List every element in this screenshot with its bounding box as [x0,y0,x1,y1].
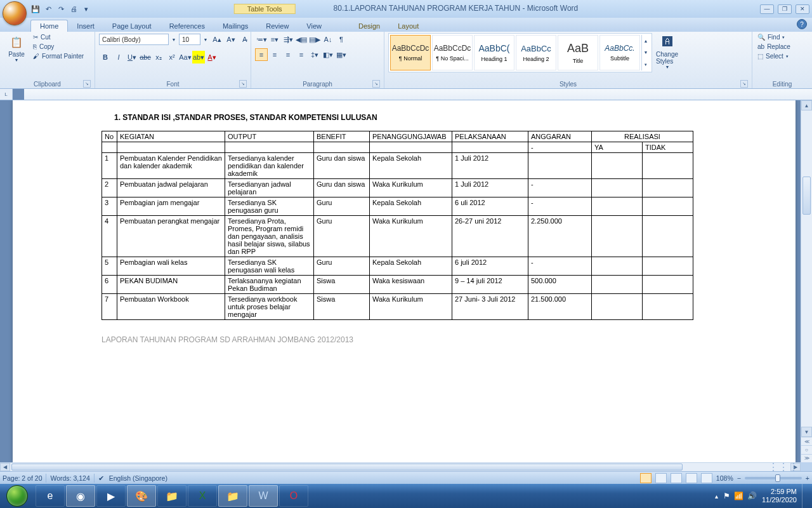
undo-icon[interactable]: ↶ [43,4,53,14]
gallery-up-icon[interactable]: ▲ [642,36,650,45]
increase-indent-button[interactable]: ▤▶ [308,33,321,46]
style-heading2[interactable]: AaBbCcHeading 2 [516,35,556,70]
borders-button[interactable]: ▦▾ [335,48,348,61]
tab-selector[interactable]: L [0,89,13,100]
align-right-button[interactable]: ≡ [282,48,294,61]
numbering-button[interactable]: ≡▾ [268,33,281,46]
cut-button[interactable]: ✂Cut [32,33,85,41]
qat-customize-icon[interactable]: ▾ [81,4,91,14]
change-styles-button[interactable]: 🅰 Change Styles ▼ [655,33,680,70]
taskbar-ie[interactable]: e [36,485,65,507]
table-row[interactable]: 1Pembuatan Kalender Pendidikan dan kalen… [102,153,693,179]
strikethrough-button[interactable]: abc [139,51,152,64]
tab-layout[interactable]: Layout [389,20,428,32]
styles-launcher[interactable]: ↘ [740,80,748,88]
zoom-out-button[interactable]: − [737,474,741,482]
taskbar-folder1[interactable]: 📁 [157,485,187,507]
table-row[interactable]: 7Pembuatan WorkbookTersedianya workbook … [102,294,693,320]
tray-network-icon[interactable]: 📶 [734,491,743,500]
print-layout-view[interactable] [640,473,652,483]
select-button[interactable]: ⬚Select▾ [756,52,792,60]
tab-references[interactable]: References [160,20,214,32]
bullets-button[interactable]: ≔▾ [255,33,268,46]
align-left-button[interactable]: ≡ [255,48,268,61]
clock[interactable]: 2:59 PM 11/29/2020 [762,488,797,504]
tab-view[interactable]: View [298,20,331,32]
table-row[interactable]: 4Pembuatan perangkat mengajarTersedianya… [102,216,693,257]
tab-design[interactable]: Design [350,20,389,32]
tray-expand-icon[interactable]: ▴ [715,493,718,500]
zoom-knob[interactable] [775,474,780,482]
underline-button[interactable]: U▾ [126,51,138,64]
browse-object-icon[interactable]: ○ [801,445,812,453]
tab-insert[interactable]: Insert [68,20,103,32]
document-area[interactable]: 1. STANDAR ISI ,STANDAR PROSES, STANDAR … [0,100,801,462]
full-screen-view[interactable] [655,473,667,483]
clipboard-launcher[interactable]: ↘ [83,80,91,88]
zoom-slider[interactable] [745,477,802,479]
zoom-level[interactable]: 108% [716,474,733,482]
taskbar-media[interactable]: ▶ [96,485,126,507]
tab-page-layout[interactable]: Page Layout [103,20,160,32]
vertical-scrollbar[interactable]: ▲ ▼ ≪ ○ ≫ [801,100,812,462]
font-name-combo[interactable] [99,34,169,45]
style-title[interactable]: AaBTitle [558,35,598,70]
office-button[interactable] [3,1,27,25]
decrease-indent-button[interactable]: ◀▤ [295,33,308,46]
taskbar-explorer[interactable]: 📁 [218,485,247,507]
line-spacing-button[interactable]: ‡▾ [308,48,321,61]
bold-button[interactable]: B [99,51,112,64]
scroll-down-icon[interactable]: ▼ [801,427,812,437]
font-size-combo[interactable] [179,34,200,45]
outline-view[interactable] [686,473,697,483]
show-desktop-button[interactable] [802,484,808,508]
style-normal[interactable]: AaBbCcDc¶ Normal [390,35,431,70]
minimize-button[interactable]: — [760,4,774,14]
proofing-icon[interactable]: ✔ [98,474,104,482]
gallery-down-icon[interactable]: ▼ [642,48,650,57]
table-row[interactable]: 5Pembagian wali kelasTersedianya SK penu… [102,257,693,276]
vertical-scroll-thumb[interactable] [802,177,811,215]
prev-page-icon[interactable]: ≪ [801,437,812,445]
clear-formatting-button[interactable]: A̶ [239,33,251,46]
font-size-dropdown-icon[interactable]: ▼ [202,33,209,46]
taskbar-paint[interactable]: 🎨 [127,485,156,507]
justify-button[interactable]: ≡ [295,48,308,61]
horizontal-scrollbar[interactable]: ◀ ⋮⋮⋮ ▶ [0,462,801,471]
format-painter-button[interactable]: 🖌Format Painter [32,52,85,60]
zoom-in-button[interactable]: + [806,474,809,482]
italic-button[interactable]: I [112,51,125,64]
font-color-button[interactable]: A▾ [206,51,218,64]
start-button[interactable] [0,484,34,508]
sort-button[interactable]: A↓ [322,33,334,46]
tray-volume-icon[interactable]: 🔊 [747,491,757,500]
web-layout-view[interactable] [671,473,682,483]
shading-button[interactable]: ◧▾ [322,48,334,61]
styles-gallery[interactable]: AaBbCcDc¶ Normal AaBbCcDc¶ No Spaci... A… [388,33,652,72]
close-button[interactable]: ✕ [796,4,809,14]
change-case-button[interactable]: Aa▾ [179,51,192,64]
style-no-spacing[interactable]: AaBbCcDc¶ No Spaci... [432,35,473,70]
table-row[interactable]: 6PEKAN BUDIMANTerlaksananya kegiatan Pek… [102,276,693,294]
maximize-button[interactable]: ❐ [778,4,792,14]
split-handle[interactable]: ⋮⋮⋮ [768,464,799,470]
tab-mailings[interactable]: Mailings [214,20,257,32]
superscript-button[interactable]: x² [166,51,178,64]
replace-button[interactable]: abReplace [756,43,792,51]
scroll-left-icon[interactable]: ◀ [0,463,10,471]
paste-button[interactable]: 📋 Paste ▼ [4,33,29,64]
style-subtitle[interactable]: AaBbCc.Subtitle [599,35,640,70]
table-row[interactable]: 3Pembagian jam mengajarTersedianya SK pe… [102,197,693,216]
multilevel-button[interactable]: ⇶▾ [282,33,294,46]
style-heading1[interactable]: AaBbC(Heading 1 [474,35,514,70]
font-launcher[interactable]: ↘ [239,80,247,88]
tab-home[interactable]: Home [30,20,68,32]
next-page-icon[interactable]: ≫ [801,454,812,462]
tab-review[interactable]: Review [257,20,298,32]
copy-button[interactable]: ⎘Copy [32,43,85,51]
draft-view[interactable] [701,473,712,483]
page-status[interactable]: Page: 2 of 20 [3,474,42,482]
horizontal-scroll-thumb[interactable] [11,464,683,471]
shrink-font-button[interactable]: A▾ [225,33,237,46]
tray-flag-icon[interactable]: ⚑ [723,491,730,500]
